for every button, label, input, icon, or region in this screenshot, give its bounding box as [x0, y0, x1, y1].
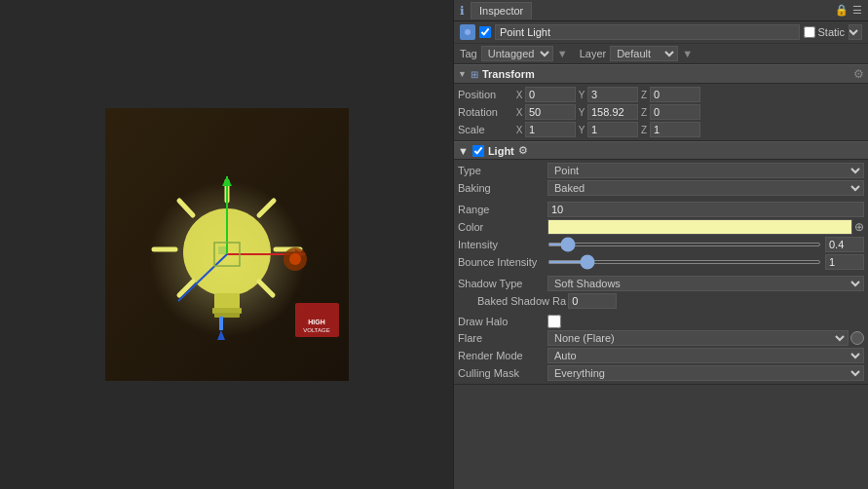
- color-label: Color: [458, 221, 546, 233]
- light-section-header[interactable]: ▼ Light ⚙: [454, 141, 868, 160]
- draw-halo-row: Draw Halo: [458, 314, 864, 329]
- scene-view: HIGH VOLTAGE: [0, 0, 453, 489]
- position-x-input[interactable]: [525, 87, 576, 102]
- rotation-row: Rotation X Y Z: [458, 103, 864, 121]
- scale-y-label: Y: [577, 125, 586, 135]
- type-dropdown[interactable]: Point: [547, 163, 864, 178]
- draw-halo-label: Draw Halo: [458, 316, 546, 327]
- render-mode-dropdown[interactable]: Auto: [547, 348, 864, 363]
- inspector-panel: ℹ Inspector 🔒 ☰ Static: [453, 0, 868, 489]
- intensity-row: Intensity: [458, 236, 864, 253]
- range-row: Range: [458, 201, 864, 218]
- tag-layer-row: Tag Untagged ▼ Layer Default ▼: [454, 44, 868, 64]
- baked-shadow-row: Baked Shadow Ra: [458, 292, 864, 310]
- scale-x-input[interactable]: [525, 122, 576, 137]
- static-dropdown[interactable]: ▼: [849, 24, 862, 40]
- rotation-y-input[interactable]: [587, 104, 638, 120]
- rotation-x-input[interactable]: [525, 104, 576, 120]
- rot-z-label: Z: [639, 107, 649, 118]
- intensity-label: Intensity: [458, 239, 546, 250]
- draw-halo-checkbox[interactable]: [547, 315, 561, 328]
- bounce-intensity-value-input[interactable]: [825, 254, 864, 270]
- shadow-type-dropdown[interactable]: Soft Shadows: [547, 276, 864, 291]
- baking-dropdown[interactable]: Baked: [547, 180, 864, 196]
- light-body: Type Point Baking Baked Range Color: [454, 160, 868, 385]
- baked-shadow-label: Baked Shadow Ra: [477, 295, 566, 307]
- bounce-slider-row: [547, 254, 864, 270]
- bounce-intensity-label: Bounce Intensity: [458, 256, 546, 268]
- lock-icon[interactable]: 🔒: [835, 4, 849, 17]
- rot-x-label: X: [514, 107, 524, 118]
- scale-x-label: X: [514, 125, 524, 135]
- culling-mask-row: Culling Mask Everything: [458, 364, 864, 382]
- shadow-type-label: Shadow Type: [458, 278, 546, 289]
- inspector-icon: ℹ: [460, 4, 465, 18]
- eyedropper-icon[interactable]: ⊕: [854, 220, 864, 234]
- flare-dropdown[interactable]: None (Flare): [547, 330, 849, 346]
- transform-body: Position X Y Z Rotation X Y Z: [454, 84, 868, 141]
- object-enabled-checkbox[interactable]: [479, 26, 491, 38]
- svg-text:VOLTAGE: VOLTAGE: [303, 327, 329, 333]
- svg-text:HIGH: HIGH: [308, 319, 325, 325]
- svg-rect-6: [214, 313, 240, 318]
- render-mode-label: Render Mode: [458, 350, 546, 361]
- intensity-slider-row: [547, 237, 864, 252]
- object-name-input[interactable]: [495, 24, 800, 40]
- color-swatch[interactable]: [547, 219, 852, 235]
- pos-z-label: Z: [639, 90, 649, 100]
- scale-y-input[interactable]: [587, 122, 638, 137]
- inspector-tab[interactable]: Inspector: [471, 2, 532, 19]
- type-label: Type: [458, 165, 546, 176]
- flare-label: Flare: [458, 332, 546, 344]
- position-label: Position: [458, 89, 512, 100]
- scale-row: Scale X Y Z: [458, 121, 864, 138]
- inspector-header: ℹ Inspector 🔒 ☰: [454, 0, 868, 21]
- position-z-input[interactable]: [650, 87, 700, 102]
- intensity-slider[interactable]: [547, 243, 821, 246]
- baking-row: Baking Baked: [458, 179, 864, 197]
- tag-dropdown[interactable]: Untagged: [481, 46, 553, 61]
- pos-y-label: Y: [577, 90, 586, 100]
- light-enabled-checkbox[interactable]: [472, 145, 484, 157]
- rot-y-label: Y: [577, 107, 586, 118]
- shadow-type-row: Shadow Type Soft Shadows: [458, 275, 864, 292]
- rotation-label: Rotation: [458, 106, 512, 118]
- object-svg: [461, 25, 474, 39]
- light-title: Light: [488, 145, 514, 157]
- light-gear-icon[interactable]: ⚙: [518, 144, 528, 157]
- scale-z-input[interactable]: [650, 122, 700, 137]
- transform-title: Transform: [482, 68, 535, 80]
- bounce-intensity-slider[interactable]: [547, 260, 821, 264]
- render-mode-row: Render Mode Auto: [458, 347, 864, 364]
- flare-row: Flare None (Flare): [458, 329, 864, 347]
- rotation-z-input[interactable]: [650, 104, 700, 120]
- light-triangle: ▼: [458, 145, 469, 157]
- range-input[interactable]: [547, 202, 864, 217]
- position-row: Position X Y Z: [458, 86, 864, 103]
- object-icon: [460, 24, 475, 40]
- svg-point-27: [289, 253, 301, 265]
- scale-z-label: Z: [639, 125, 649, 135]
- position-y-input[interactable]: [587, 87, 638, 102]
- name-row: Static ▼: [454, 21, 868, 44]
- culling-mask-dropdown[interactable]: Everything: [547, 365, 864, 381]
- range-label: Range: [458, 204, 546, 215]
- layer-label: Layer: [580, 48, 607, 59]
- bounce-intensity-row: Bounce Intensity: [458, 253, 864, 271]
- transform-gear-icon[interactable]: ⚙: [853, 67, 864, 81]
- rotation-xyz: X Y Z: [514, 104, 864, 120]
- position-xyz: X Y Z: [514, 87, 864, 102]
- intensity-value-input[interactable]: [825, 237, 864, 252]
- scene-canvas: HIGH VOLTAGE: [105, 108, 349, 381]
- transform-section-header[interactable]: ▼ ⊞ Transform ⚙: [454, 64, 868, 84]
- baked-shadow-input[interactable]: [568, 293, 617, 309]
- svg-rect-7: [219, 317, 223, 330]
- layer-dropdown[interactable]: Default: [610, 46, 678, 61]
- object-enabled-label: [479, 26, 491, 38]
- type-row: Type Point: [458, 162, 864, 179]
- culling-mask-label: Culling Mask: [458, 367, 546, 379]
- menu-icon[interactable]: ☰: [852, 4, 862, 17]
- flare-pick-icon[interactable]: [850, 331, 864, 345]
- static-checkbox[interactable]: [804, 26, 815, 38]
- transform-triangle: ▼: [458, 69, 467, 79]
